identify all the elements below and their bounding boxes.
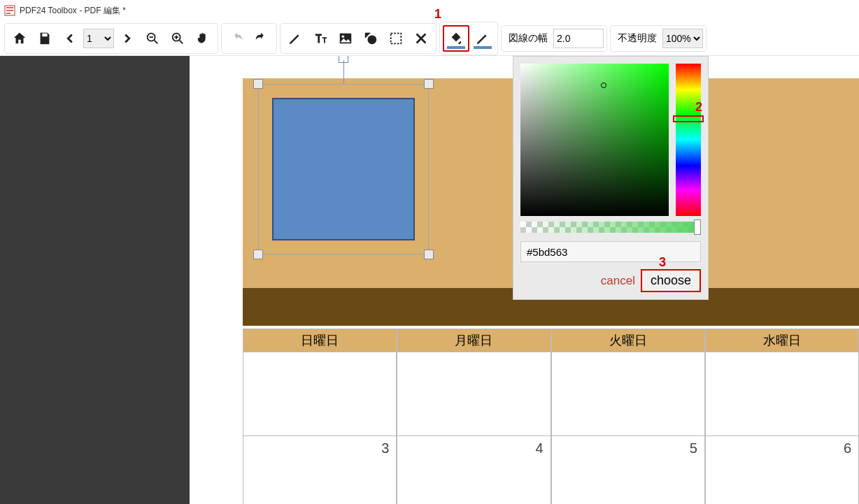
annotation-2: 2 — [695, 100, 702, 115]
color-cursor[interactable] — [601, 82, 606, 88]
canvas-area[interactable]: 日曜日 月曜日 火曜日 水曜日 3 4 5 6 — [190, 56, 859, 504]
fill-color-button[interactable] — [444, 27, 468, 50]
undo-button[interactable] — [250, 27, 274, 50]
text-tool-button[interactable] — [308, 27, 332, 50]
window-titlebar: PDF24 Toolbox - PDF 編集 * — [0, 0, 859, 21]
day-number: 3 — [381, 440, 389, 456]
main-area: 日曜日 月曜日 火曜日 水曜日 3 4 5 6 — [0, 56, 859, 504]
weekday-mon: 月曜日 — [397, 329, 551, 352]
resize-handle-se[interactable] — [424, 250, 434, 259]
hue-slider-thumb[interactable] — [673, 115, 704, 122]
page-select[interactable]: 1 — [83, 29, 114, 48]
window-title: PDF24 Toolbox - PDF 編集 * — [20, 5, 126, 17]
svg-rect-11 — [391, 33, 402, 43]
svg-line-3 — [155, 40, 158, 43]
color-group: 1 — [439, 22, 498, 55]
color-saturation-area[interactable] — [520, 64, 669, 216]
weekday-sun: 日曜日 — [243, 329, 397, 352]
calendar-cell — [551, 352, 705, 436]
calendar-cell — [243, 352, 397, 436]
opacity-select[interactable]: 100% — [662, 29, 703, 48]
opacity-group: 不透明度 100% — [610, 25, 707, 52]
shape-tool-button[interactable] — [359, 27, 383, 50]
zoom-out-button[interactable] — [141, 27, 164, 50]
undo-group — [221, 23, 277, 54]
line-width-input[interactable] — [553, 29, 604, 48]
rotation-line — [343, 60, 344, 84]
day-number: 4 — [535, 440, 543, 456]
delete-tool-button[interactable] — [409, 27, 433, 50]
pen-tool-button[interactable] — [283, 27, 307, 50]
line-width-group: 図線の幅 — [501, 25, 607, 52]
nav-group: 1 — [4, 23, 218, 54]
stroke-color-button[interactable] — [471, 27, 495, 50]
main-toolbar: 1 1 図線の幅 不透明度 100% — [0, 21, 859, 56]
insert-group — [280, 23, 436, 54]
thumbnail-sidebar[interactable] — [0, 56, 190, 504]
next-page-button[interactable] — [115, 27, 139, 50]
alpha-slider-thumb[interactable] — [694, 219, 701, 235]
resize-handle-nw[interactable] — [253, 79, 263, 89]
calendar-grid: 3 4 5 6 — [243, 352, 859, 504]
color-choose-button[interactable]: choose — [641, 269, 701, 292]
select-area-button[interactable] — [384, 27, 408, 50]
weekday-header-row: 日曜日 月曜日 火曜日 水曜日 — [243, 329, 859, 352]
calendar-row-2: 3 4 5 6 — [243, 436, 859, 504]
resize-handle-ne[interactable] — [424, 79, 434, 89]
calendar-cell: 4 — [397, 436, 551, 504]
line-width-label: 図線の幅 — [504, 32, 552, 45]
svg-point-9 — [342, 35, 345, 38]
day-number: 6 — [844, 440, 851, 456]
hex-color-input[interactable] — [520, 241, 701, 262]
calendar-cell — [397, 352, 551, 436]
rotation-handle[interactable] — [339, 56, 348, 63]
color-cancel-button[interactable]: cancel — [601, 274, 635, 288]
annotation-1: 1 — [434, 7, 441, 22]
resize-handle-sw[interactable] — [253, 250, 263, 259]
annotation-3: 3 — [659, 255, 666, 270]
svg-line-7 — [180, 40, 183, 43]
calendar-cell: 3 — [243, 436, 397, 504]
image-tool-button[interactable] — [334, 27, 357, 50]
selected-shape[interactable] — [258, 84, 429, 254]
opacity-label: 不透明度 — [613, 32, 661, 45]
svg-point-10 — [367, 35, 376, 44]
pan-hand-button[interactable] — [191, 27, 215, 50]
calendar-cell: 6 — [705, 436, 859, 504]
weekday-wed: 水曜日 — [705, 329, 859, 352]
alpha-slider[interactable] — [520, 222, 701, 233]
weekday-tue: 火曜日 — [551, 329, 705, 352]
rectangle-shape[interactable] — [272, 98, 415, 240]
calendar-row-1 — [243, 352, 859, 436]
calendar-cell — [705, 352, 859, 436]
color-picker-popup: 2 3 cancel choose — [513, 56, 709, 300]
day-number: 5 — [690, 440, 697, 456]
home-button[interactable] — [8, 27, 31, 50]
zoom-in-button[interactable] — [166, 27, 190, 50]
hue-slider[interactable]: 2 — [676, 64, 701, 216]
save-button[interactable] — [33, 27, 57, 50]
redo-button[interactable] — [225, 27, 248, 50]
calendar-cell: 5 — [551, 436, 705, 504]
prev-page-button[interactable] — [58, 27, 82, 50]
app-logo-icon — [4, 5, 15, 16]
